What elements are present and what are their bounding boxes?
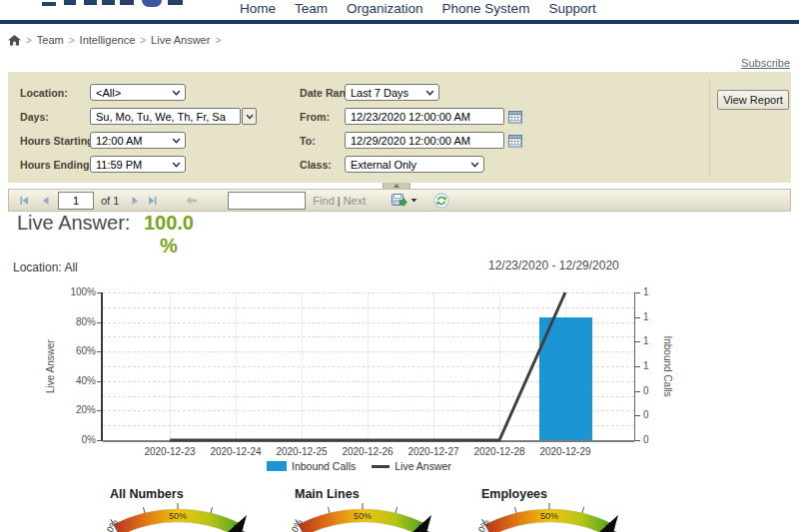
- calendar-icon[interactable]: [507, 109, 524, 125]
- location-value: <All>: [96, 87, 121, 99]
- chevron-down-icon: [246, 114, 254, 120]
- hours-starting-select[interactable]: 12:00 AM: [90, 132, 186, 149]
- logo-fragment: [120, 0, 134, 5]
- x-axis-label: 2020-12-26: [333, 446, 402, 457]
- breadcrumb-separator: >: [140, 35, 146, 46]
- prev-page-icon[interactable]: [42, 196, 50, 206]
- report-toolbar: of 1 Find|Next: [8, 189, 791, 212]
- right-axis-tick-label: 0: [643, 409, 657, 420]
- class-select[interactable]: External Only: [345, 156, 484, 173]
- chevron-down-icon: [172, 138, 181, 144]
- first-page-icon[interactable]: [19, 196, 30, 206]
- export-save-icon[interactable]: [392, 194, 407, 208]
- chevron-down-icon: [470, 162, 479, 168]
- find-next-controls[interactable]: Find|Next: [313, 195, 366, 207]
- nav-item-organization[interactable]: Organization: [347, 1, 423, 16]
- y-axis-tick-label: 40%: [56, 375, 96, 386]
- gauge-mid-label: 50%: [354, 511, 372, 521]
- legend-item-inbound-calls: Inbound Calls: [267, 460, 356, 472]
- from-input[interactable]: 12/23/2020 12:00:00 AM: [345, 108, 504, 125]
- nav-item-team[interactable]: Team: [295, 1, 328, 16]
- y-axis-tick-label: 80%: [56, 316, 96, 327]
- to-label: To:: [300, 135, 316, 147]
- right-axis-tick: [635, 415, 640, 416]
- hours-ending-label: Hours Ending:: [20, 159, 93, 171]
- right-axis-tick: [635, 341, 640, 342]
- parameter-panel: Location: <All> Days: Su, Mo, Tu, We, Th…: [8, 72, 791, 183]
- to-input[interactable]: 12/29/2020 12:00:00 AM: [345, 132, 504, 149]
- breadcrumb-intelligence[interactable]: Intelligence: [80, 34, 136, 46]
- to-value: 12/29/2020 12:00:00 AM: [351, 135, 470, 147]
- panel-divider: [709, 78, 710, 177]
- breadcrumb: >Team>Intelligence>Live Answer>: [8, 34, 224, 46]
- location-select[interactable]: <All>: [90, 84, 186, 101]
- days-dropdown-button[interactable]: [242, 108, 257, 125]
- legend-swatch-line: [372, 465, 390, 468]
- legend-item-live-answer: Live Answer: [372, 460, 451, 472]
- from-value: 12/23/2020 12:00:00 AM: [351, 111, 470, 123]
- gauge-all-numbers: All Numbers50%0%100%: [108, 487, 250, 532]
- back-to-parent-icon[interactable]: [186, 196, 198, 206]
- home-icon[interactable]: [8, 35, 21, 46]
- breadcrumb-live-answer[interactable]: Live Answer: [151, 34, 210, 46]
- next-label[interactable]: Next: [344, 195, 367, 207]
- h-gridline: [103, 292, 634, 293]
- date-range-value: Last 7 Days: [351, 87, 408, 99]
- find-label[interactable]: Find: [313, 195, 334, 207]
- date-range-select[interactable]: Last 7 Days: [345, 84, 439, 101]
- hours-ending-select[interactable]: 11:59 PM: [90, 156, 186, 173]
- days-field[interactable]: Su, Mo, Tu, We, Th, Fr, Sa: [90, 108, 241, 125]
- nav-item-phone-system[interactable]: Phone System: [442, 1, 530, 16]
- x-axis-line: [103, 440, 634, 442]
- logo-fragment: [64, 0, 76, 5]
- next-page-icon[interactable]: [131, 196, 139, 206]
- x-axis-label: 2020-12-24: [201, 446, 271, 457]
- chevron-down-icon: [172, 162, 181, 168]
- breadcrumb-separator: >: [69, 35, 75, 46]
- x-axis-label: 2020-12-23: [135, 446, 205, 457]
- page-number-input[interactable]: [58, 192, 94, 210]
- gauge-dial: 50%0%100%: [293, 501, 434, 532]
- hours-starting-value: 12:00 AM: [96, 135, 142, 147]
- logo-fragment: [42, 2, 56, 6]
- nav-item-home[interactable]: Home: [240, 1, 276, 16]
- location-label: Location:: [20, 87, 68, 99]
- refresh-icon[interactable]: [433, 193, 449, 209]
- class-value: External Only: [351, 159, 416, 171]
- subscribe-link[interactable]: Subscribe: [741, 57, 790, 69]
- right-axis-tick-label: 0: [643, 434, 657, 445]
- nav-divider-rule: [0, 20, 799, 24]
- gauge-title: All Numbers: [110, 487, 250, 501]
- right-axis-tick: [635, 292, 640, 293]
- last-page-icon[interactable]: [147, 196, 158, 206]
- from-label: From:: [300, 111, 330, 123]
- export-caret-icon[interactable]: [410, 198, 417, 203]
- chart-legend: Inbound CallsLive Answer: [267, 460, 451, 472]
- calendar-icon[interactable]: [507, 133, 524, 149]
- x-axis-label: 2020-12-29: [530, 446, 600, 457]
- right-axis-title: Inbound Calls: [662, 335, 673, 396]
- gauge-title: Employees: [481, 487, 621, 501]
- headline-label: Live Answer:: [17, 212, 130, 234]
- page-count-label: of 1: [101, 195, 119, 207]
- headline-value: 100.0 %: [136, 212, 202, 258]
- right-axis-tick: [635, 440, 640, 441]
- report-headline: Live Answer: 100.0 %: [17, 212, 202, 258]
- x-axis-label: 2020-12-27: [399, 446, 468, 457]
- nav-item-support[interactable]: Support: [548, 1, 595, 16]
- main-nav: HomeTeamOrganizationPhone SystemSupport: [240, 1, 596, 16]
- gauge-mid-label: 50%: [540, 511, 558, 521]
- right-axis-tick: [635, 366, 640, 367]
- find-input[interactable]: [228, 192, 306, 210]
- logo-fragment: [168, 0, 183, 5]
- x-axis-label: 2020-12-28: [464, 446, 534, 457]
- left-axis-title: Live Answer: [45, 339, 56, 393]
- x-axis-label: 2020-12-25: [267, 446, 337, 457]
- breadcrumb-team[interactable]: Team: [37, 34, 64, 46]
- find-next-separator: |: [338, 195, 341, 207]
- y-axis-tick-label: 20%: [56, 404, 96, 415]
- view-report-button[interactable]: View Report: [717, 90, 789, 110]
- right-axis-tick: [635, 317, 640, 318]
- top-nav-bar: HomeTeamOrganizationPhone SystemSupport: [0, 0, 799, 20]
- location-line: Location: All: [13, 261, 78, 274]
